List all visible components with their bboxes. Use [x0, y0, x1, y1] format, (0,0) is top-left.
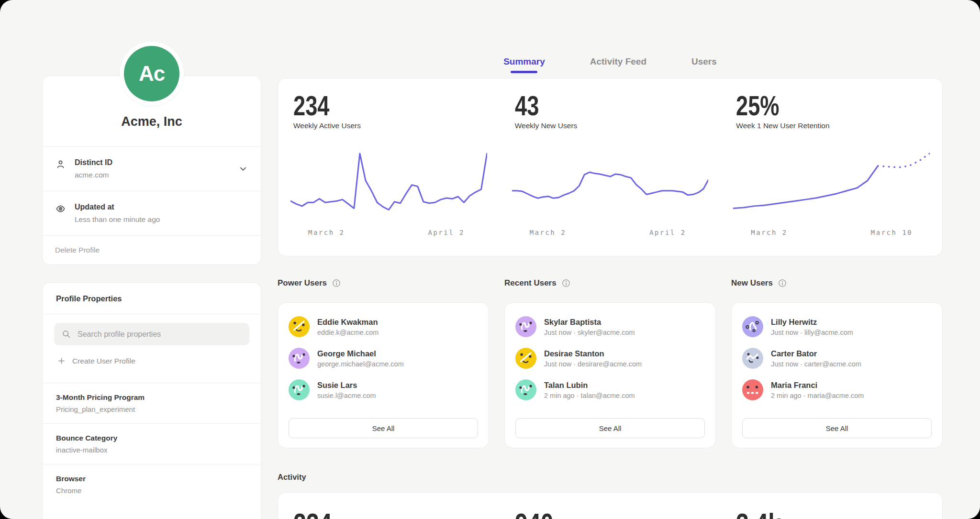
activity-stat-column: 940: [500, 493, 721, 519]
user-subtext: eddie.k@acme.com: [317, 329, 379, 336]
info-icon[interactable]: [778, 278, 787, 288]
activity-stat-column: 234: [278, 493, 500, 519]
user-name: Desirae Stanton: [544, 349, 604, 358]
user-list-item-lilly-herwitz[interactable]: Lilly HerwitzJust now · lilly@acme.com: [742, 316, 932, 337]
identity-row-label: Updated at: [75, 203, 160, 211]
user-list-item-eddie-kwakman[interactable]: Eddie Kwakmaneddie.k@acme.com: [289, 316, 478, 337]
see-all-button-recent-users[interactable]: See All: [515, 418, 705, 438]
tab-summary[interactable]: Summary: [503, 56, 545, 73]
sparkline-chart-weekly-active-users: [290, 143, 487, 223]
profile-property-name: 3-Month Pricing Program: [56, 393, 247, 402]
x-axis-label-left: March 2: [751, 229, 788, 236]
company-avatar: Ac: [120, 42, 184, 106]
x-axis-label-left: March 2: [530, 229, 567, 236]
sparkline-chart-week-1-new-user-retention: [733, 143, 930, 223]
user-list-recent-users: Recent UsersSkylar BaptistaJust now · sk…: [504, 277, 716, 448]
power-users-card: Eddie Kwakmaneddie.k@acme.comGeorge Mich…: [278, 302, 489, 448]
user-name: Skylar Baptista: [544, 318, 601, 326]
user-name: Susie Lars: [317, 381, 357, 389]
activity-stat-value: 3.4k: [736, 509, 781, 519]
tab-activity-feed[interactable]: Activity Feed: [590, 56, 646, 73]
delete-profile-button[interactable]: Delete Profile: [43, 236, 261, 265]
list-title: Recent Users: [504, 278, 557, 288]
user-subtext: Just now · skyler@acme.com: [544, 329, 635, 336]
user-lists-row: Power UsersEddie Kwakmaneddie.k@acme.com…: [278, 277, 943, 448]
identity-row-label: Distinct ID: [75, 158, 112, 167]
x-axis-label-right: March 10: [871, 229, 913, 236]
user-list-item-george-michael[interactable]: George Michaelgeorge.michael@acme.com: [289, 348, 478, 369]
user-list-item-susie-lars[interactable]: Susie Larssusie.l@acme.com: [289, 379, 478, 400]
user-list-item-carter-bator[interactable]: Carter BatorJust now · carter@acme.com: [742, 348, 932, 369]
profile-property-row-browser: BrowserChrome: [43, 464, 261, 505]
user-avatar-curl-face-icon: [742, 316, 763, 337]
x-axis-label-right: April 2: [649, 229, 686, 236]
profile-main: SummaryActivity FeedUsers 234Weekly Acti…: [278, 0, 943, 519]
x-axis: March 2April 2: [512, 229, 709, 238]
search-icon: [61, 329, 71, 339]
plus-icon: [57, 356, 66, 365]
list-title: Power Users: [278, 278, 327, 288]
x-axis-label-left: March 2: [308, 229, 345, 236]
activity-stat-value: 234: [293, 509, 332, 519]
user-avatar-squiggle-face-icon: [289, 348, 310, 369]
user-name: Talan Lubin: [544, 381, 588, 389]
user-name: Eddie Kwakman: [317, 318, 378, 326]
identity-row-distinct-id: Distinct IDacme.com: [43, 147, 261, 191]
user-name: Lilly Herwitz: [771, 318, 817, 326]
see-all-button-power-users[interactable]: See All: [289, 418, 478, 438]
list-title: New Users: [731, 278, 773, 288]
profile-property-row-bounce-category: Bounce Categoryinactive-mailbox: [43, 423, 261, 464]
profile-properties-card: Profile Properties Create User Profile 3…: [42, 282, 261, 519]
user-list-item-talan-lubin[interactable]: Talan Lubin2 min ago · talan@acme.com: [515, 379, 705, 400]
identity-row-updated-at: Updated atLess than one minute ago: [43, 191, 261, 236]
search-profile-properties-box[interactable]: [54, 323, 249, 345]
stat-column-week-1-new-user-retention: 25%Week 1 New User RetentionMarch 2March…: [721, 78, 942, 256]
profile-property-value: Chrome: [56, 486, 247, 495]
profile-property-name: Browser: [56, 475, 247, 483]
info-icon[interactable]: [332, 278, 341, 288]
stat-label: Weekly New Users: [515, 121, 721, 130]
user-name: George Michael: [317, 349, 376, 358]
activity-section: Activity 2349403.4k: [278, 471, 943, 519]
profile-property-name: Bounce Category: [56, 434, 247, 442]
user-list-new-users: New UsersLilly HerwitzJust now · lilly@a…: [731, 277, 943, 448]
x-axis-label-right: April 2: [428, 229, 465, 236]
search-profile-properties-input[interactable]: [77, 330, 242, 339]
user-subtext: Just now · desirare@acme.com: [544, 360, 642, 368]
activity-stat-column: 3.4k: [721, 493, 942, 519]
user-avatar-squiggle-face-icon: [289, 379, 310, 400]
user-name: Maria Franci: [771, 381, 817, 389]
info-icon[interactable]: [561, 278, 571, 288]
user-subtext: Just now · carter@acme.com: [771, 360, 861, 368]
user-subtext: 2 min ago · maria@acme.com: [771, 392, 864, 399]
user-avatar-squiggle-face-icon: [515, 379, 536, 400]
user-avatar-squiggle-face-icon: [515, 316, 536, 337]
list-heading-new-users: New Users: [731, 277, 943, 289]
profile-properties-tools: Create User Profile: [43, 314, 261, 383]
chevron-down-icon[interactable]: [238, 164, 248, 174]
identity-row-value: Less than one minute ago: [75, 215, 160, 224]
user-avatar-wink-slash-face-icon: [515, 348, 536, 369]
identity-row-value: acme.com: [75, 171, 112, 179]
profile-property-value: Pricing_plan_experiment: [56, 405, 247, 413]
user-name: Carter Bator: [771, 349, 817, 358]
user-list-item-skylar-baptista[interactable]: Skylar BaptistaJust now · skyler@acme.co…: [515, 316, 705, 337]
user-avatar-zigzag-face-icon: [742, 348, 763, 369]
profile-properties-title: Profile Properties: [43, 283, 261, 314]
sparkline-chart-weekly-new-users: [512, 143, 709, 223]
user-subtext: 2 min ago · talan@acme.com: [544, 392, 635, 399]
x-axis: March 2March 10: [733, 229, 930, 238]
user-list-item-maria-franci[interactable]: Maria Franci2 min ago · maria@acme.com: [742, 379, 932, 400]
stat-value: 25%: [736, 92, 780, 120]
stat-value: 43: [515, 92, 539, 120]
recent-users-card: Skylar BaptistaJust now · skyler@acme.co…: [504, 302, 716, 448]
activity-card: 2349403.4k: [278, 492, 943, 519]
tab-users[interactable]: Users: [691, 56, 717, 73]
list-heading-power-users: Power Users: [278, 277, 489, 289]
stat-column-weekly-new-users: 43Weekly New UsersMarch 2April 2: [500, 78, 721, 256]
see-all-button-new-users[interactable]: See All: [742, 418, 932, 438]
create-user-profile-button[interactable]: Create User Profile: [57, 356, 246, 365]
stat-column-weekly-active-users: 234Weekly Active UsersMarch 2April 2: [278, 78, 500, 256]
user-list-item-desirae-stanton[interactable]: Desirae StantonJust now · desirare@acme.…: [515, 348, 705, 369]
user-avatar-dash-face-icon: [742, 379, 763, 400]
